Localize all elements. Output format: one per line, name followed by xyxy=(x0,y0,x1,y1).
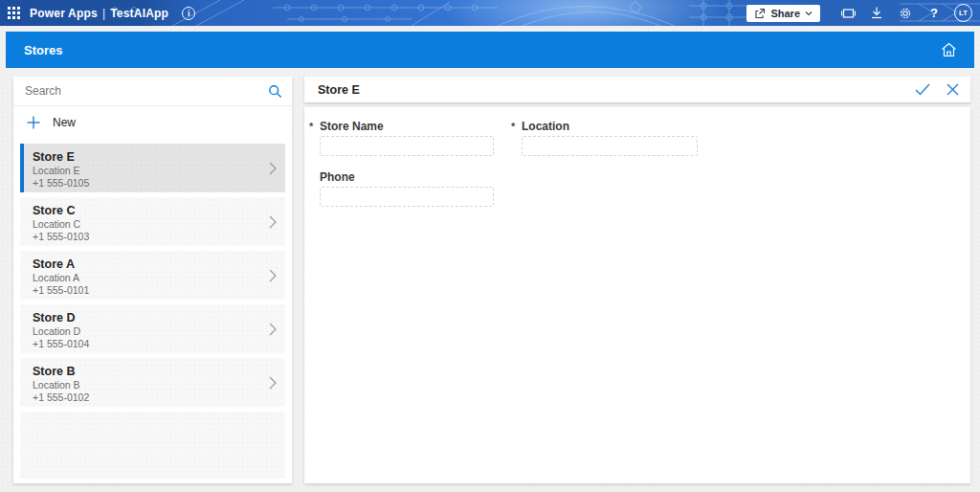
close-icon xyxy=(947,83,959,96)
title-divider: | xyxy=(98,7,110,20)
plus-icon xyxy=(27,116,40,129)
detail-actions xyxy=(915,83,959,96)
new-label: New xyxy=(53,116,76,129)
store-name-input[interactable] xyxy=(320,136,494,156)
store-name: Store B xyxy=(33,365,262,379)
home-icon xyxy=(941,42,957,57)
app-title: Power Apps|TestAIApp xyxy=(30,7,168,20)
store-location: Location B xyxy=(33,379,262,391)
store-phone: +1 555-0105 xyxy=(33,177,262,190)
home-button[interactable] xyxy=(941,42,957,57)
store-name: Store D xyxy=(33,311,262,325)
submit-button[interactable] xyxy=(915,83,930,96)
store-phone: +1 555-0102 xyxy=(33,391,262,404)
field-label: Location xyxy=(522,120,569,133)
field-label-row: Phone xyxy=(320,170,494,184)
store-phone: +1 555-0101 xyxy=(33,284,262,297)
store-name: Store A xyxy=(33,257,262,272)
store-location: Location E xyxy=(33,165,262,177)
field-label: Store Name xyxy=(320,120,384,133)
field-label-row: * Store Name xyxy=(320,120,494,133)
check-icon xyxy=(915,83,930,96)
field-location: * Location xyxy=(522,120,698,156)
location-input[interactable] xyxy=(522,136,698,156)
environment-name: TestAIApp xyxy=(110,7,168,20)
share-button[interactable]: Share xyxy=(746,5,820,22)
detail-title: Store E xyxy=(318,83,360,97)
store-location: Location D xyxy=(33,325,262,338)
empty-list-item xyxy=(20,412,285,479)
store-location: Location C xyxy=(33,218,262,231)
chevron-right-icon xyxy=(269,269,277,282)
topbar-right: Share ? xyxy=(746,0,980,26)
store-list: Store E Location E +1 555-0105 Store C L… xyxy=(13,144,292,407)
store-phone: +1 555-0104 xyxy=(33,338,262,350)
field-store-name: * Store Name xyxy=(320,120,494,156)
store-list-item[interactable]: Store D Location D +1 555-0104 xyxy=(20,304,285,353)
chevron-right-icon xyxy=(269,323,277,336)
required-marker: * xyxy=(309,120,313,133)
share-icon xyxy=(754,8,766,19)
help-icon[interactable]: ? xyxy=(920,0,948,26)
app-name: Power Apps xyxy=(30,7,98,20)
page-title: Stores xyxy=(24,43,62,57)
chevron-right-icon xyxy=(269,162,277,175)
download-icon[interactable] xyxy=(862,0,891,26)
chevron-right-icon xyxy=(269,215,277,229)
store-list-item[interactable]: Store A Location A +1 555-0101 xyxy=(20,251,285,300)
help-glyph: ? xyxy=(930,6,938,20)
avatar-initials: LT xyxy=(959,9,968,17)
waffle-menu-icon[interactable] xyxy=(8,7,20,19)
store-list-item[interactable]: Store E Location E +1 555-0105 xyxy=(20,144,285,192)
topbar: Power Apps|TestAIApp i Share xyxy=(0,0,980,26)
fit-to-screen-icon[interactable] xyxy=(834,0,862,26)
search-icon[interactable] xyxy=(268,84,282,99)
store-location: Location A xyxy=(33,272,262,284)
chevron-right-icon xyxy=(269,376,277,390)
chevron-down-icon xyxy=(805,11,813,16)
field-phone: Phone xyxy=(320,170,494,207)
store-name: Store C xyxy=(33,204,262,218)
store-phone: +1 555-0103 xyxy=(33,231,262,243)
detail-form-header: Store E xyxy=(304,77,970,102)
store-name: Store E xyxy=(33,150,262,165)
search-input[interactable] xyxy=(25,84,268,98)
settings-gear-icon[interactable] xyxy=(891,0,920,26)
field-label: Phone xyxy=(320,170,355,184)
cancel-button[interactable] xyxy=(947,83,959,96)
user-avatar[interactable]: LT xyxy=(954,4,972,22)
search-row xyxy=(13,77,292,106)
share-label: Share xyxy=(770,8,800,19)
new-record-button[interactable]: New xyxy=(13,106,292,139)
store-list-item[interactable]: Store C Location C +1 555-0103 xyxy=(20,197,285,246)
app-header-bar: Stores xyxy=(6,32,974,68)
phone-input[interactable] xyxy=(320,187,494,207)
topbar-left: Power Apps|TestAIApp i xyxy=(0,7,195,20)
required-marker: * xyxy=(511,120,515,133)
field-label-row: * Location xyxy=(522,120,698,133)
info-icon[interactable]: i xyxy=(182,7,195,20)
detail-form-panel: * Store Name * Location Phone xyxy=(304,107,970,483)
store-list-item[interactable]: Store B Location B +1 555-0102 xyxy=(20,358,285,407)
store-list-panel: New Store E Location E +1 555-0105 Store… xyxy=(13,77,292,483)
